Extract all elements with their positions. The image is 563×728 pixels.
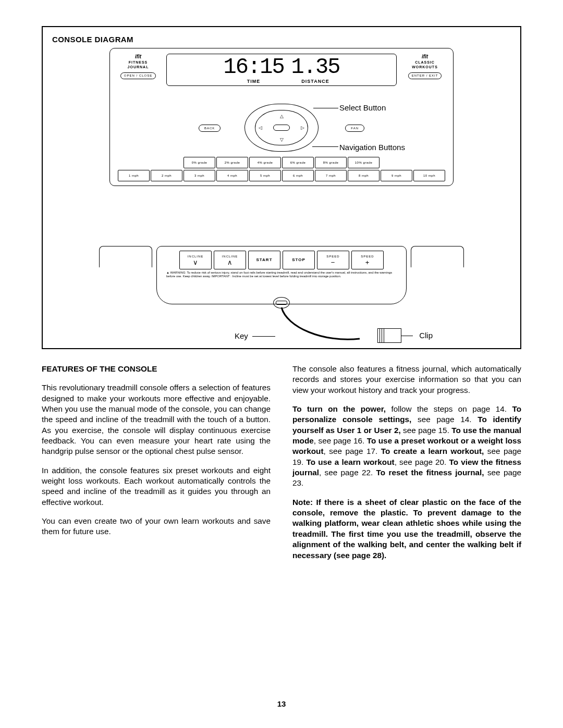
grade-4[interactable]: 4% grade xyxy=(249,157,281,168)
minus-icon: − xyxy=(331,259,336,266)
grade-6[interactable]: 6% grade xyxy=(282,157,314,168)
ifit-logo-left: ifit xyxy=(135,54,141,60)
grade-8[interactable]: 8% grade xyxy=(315,157,347,168)
warning-text: ▲ WARNING: To reduce risk of serious inj… xyxy=(157,269,406,278)
nav-left-icon[interactable]: ◁ xyxy=(259,125,262,131)
page-number: 13 xyxy=(277,699,286,709)
speed-down-button[interactable]: SPEED − xyxy=(317,251,349,269)
mph-1[interactable]: 1 mph xyxy=(118,170,150,181)
incline-up-button[interactable]: INCLINE ∧ xyxy=(214,251,246,269)
back-button[interactable]: BACK xyxy=(199,125,221,132)
classic-workouts-pod: ifit CLASSIC WORKOUTS ENTER / EXIT xyxy=(402,54,448,86)
time-label: TIME xyxy=(247,78,261,84)
paragraph-3: You can even create two of your own lear… xyxy=(42,516,271,537)
chevron-down-icon: ∨ xyxy=(193,259,199,266)
grade-2[interactable]: 2% grade xyxy=(216,157,248,168)
console-diagram-frame: CONSOLE DIAGRAM ifit FITNESS JOURNAL OPE… xyxy=(42,26,521,349)
fitness-journal-pod: ifit FITNESS JOURNAL OPEN / CLOSE xyxy=(115,54,161,86)
paragraph-1: This revolutionary treadmill console off… xyxy=(42,382,271,456)
nav-right-icon[interactable]: ▷ xyxy=(301,125,304,131)
mph-9[interactable]: 9 mph xyxy=(381,170,412,181)
grade-10[interactable]: 10% grade xyxy=(348,157,380,168)
mph-2[interactable]: 2 mph xyxy=(151,170,182,181)
clip-callout: Clip xyxy=(419,330,433,341)
classic-label-2: WORKOUTS xyxy=(412,65,438,69)
nav-up-icon[interactable]: △ xyxy=(280,113,284,119)
ifit-logo-right: ifit xyxy=(422,54,428,60)
classic-label-1: CLASSIC xyxy=(415,60,435,65)
paragraph-4: The console also features a fitness jour… xyxy=(292,364,521,396)
features-heading: FEATURES OF THE CONSOLE xyxy=(42,364,271,374)
speed-up-button[interactable]: SPEED + xyxy=(351,251,384,269)
start-button[interactable]: START xyxy=(248,251,280,269)
open-close-button[interactable]: OPEN / CLOSE xyxy=(120,72,156,79)
mph-8[interactable]: 8 mph xyxy=(348,170,380,181)
lower-control-panel: INCLINE ∨ INCLINE ∧ START STOP SPEED − S… xyxy=(156,246,407,304)
time-value: 16:15 xyxy=(224,56,284,78)
mph-3[interactable]: 3 mph xyxy=(183,170,215,181)
mph-4[interactable]: 4 mph xyxy=(216,170,248,181)
mph-7[interactable]: 7 mph xyxy=(315,170,347,181)
fitness-label-2: JOURNAL xyxy=(128,65,149,69)
grade-buttons-row: 0% grade 2% grade 4% grade 6% grade 8% g… xyxy=(115,157,448,168)
enter-exit-button[interactable]: ENTER / EXIT xyxy=(408,72,442,79)
nav-oval: △ ▽ ◁ ▷ xyxy=(244,104,319,152)
fitness-label-1: FITNESS xyxy=(129,60,148,65)
safety-key-area: Key Clip xyxy=(115,297,448,338)
incline-down-button[interactable]: INCLINE ∨ xyxy=(179,251,212,269)
right-handle xyxy=(411,246,464,267)
left-handle xyxy=(99,246,152,267)
nav-down-icon[interactable]: ▽ xyxy=(280,137,284,143)
select-button-callout: Select Button xyxy=(339,103,386,113)
fan-button[interactable]: FAN xyxy=(345,125,364,132)
instructions-paragraph: To turn on the power, follow the steps o… xyxy=(292,404,521,489)
key-callout: Key xyxy=(235,331,248,341)
upper-console-panel: ifit FITNESS JOURNAL OPEN / CLOSE 16:15 … xyxy=(109,48,454,186)
diagram-title: CONSOLE DIAGRAM xyxy=(52,34,511,45)
speed-buttons-row: 1 mph 2 mph 3 mph 4 mph 5 mph 6 mph 7 mp… xyxy=(115,170,448,181)
stop-button[interactable]: STOP xyxy=(283,251,315,269)
chevron-up-icon: ∧ xyxy=(227,259,233,266)
select-button[interactable] xyxy=(273,125,290,131)
distance-label: DISTANCE xyxy=(301,78,329,84)
paragraph-2: In addition, the console features six pr… xyxy=(42,465,271,508)
grade-0[interactable]: 0% grade xyxy=(183,157,215,168)
mph-10[interactable]: 10 mph xyxy=(413,170,445,181)
distance-value: 1.35 xyxy=(291,56,340,78)
mph-5[interactable]: 5 mph xyxy=(249,170,281,181)
nav-buttons-callout: Navigation Buttons xyxy=(339,142,405,153)
navigation-cluster: BACK △ ▽ ◁ ▷ FAN Select Button Navigatio… xyxy=(115,102,448,154)
note-paragraph: Note: If there is a sheet of clear plast… xyxy=(292,497,521,561)
plus-icon: + xyxy=(365,259,370,266)
mph-6[interactable]: 6 mph xyxy=(282,170,314,181)
body-text: FEATURES OF THE CONSOLE This revolutiona… xyxy=(42,364,521,569)
lcd-display: 16:15 TIME 1.35 DISTANCE xyxy=(166,54,397,86)
clip-icon[interactable] xyxy=(377,328,401,343)
